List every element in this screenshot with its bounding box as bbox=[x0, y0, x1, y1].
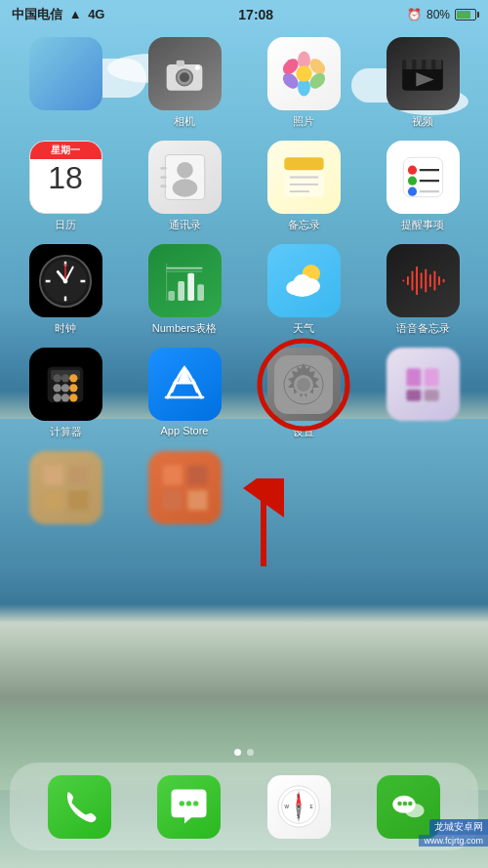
svg-rect-92 bbox=[43, 490, 62, 510]
battery-fill bbox=[457, 11, 470, 19]
svg-point-71 bbox=[54, 384, 61, 392]
app-item-clock[interactable]: 时钟 bbox=[10, 244, 121, 336]
svg-point-101 bbox=[186, 801, 191, 806]
svg-rect-88 bbox=[406, 390, 421, 401]
pixelated2-icon[interactable] bbox=[148, 451, 222, 524]
safari-icon[interactable]: N S E W bbox=[267, 775, 331, 839]
numbers-label: Numbers表格 bbox=[152, 321, 218, 336]
svg-point-2 bbox=[180, 72, 189, 82]
app-item-pixelated1[interactable] bbox=[10, 451, 121, 528]
app-grid: 相机 照片 bbox=[10, 37, 478, 528]
svg-point-85 bbox=[297, 378, 310, 392]
files-icon[interactable] bbox=[386, 348, 460, 421]
app-item-folder1[interactable] bbox=[10, 37, 121, 129]
calculator-icon[interactable] bbox=[29, 348, 102, 421]
notes-icon[interactable] bbox=[267, 141, 341, 214]
svg-point-21 bbox=[172, 179, 197, 196]
app-item-weather[interactable]: 天气 bbox=[248, 244, 359, 336]
svg-rect-91 bbox=[68, 466, 88, 485]
appstore-icon[interactable] bbox=[148, 348, 222, 421]
svg-rect-47 bbox=[168, 291, 175, 301]
contacts-icon[interactable] bbox=[148, 141, 222, 214]
photos-icon[interactable] bbox=[267, 37, 341, 110]
svg-point-115 bbox=[398, 801, 403, 806]
weather-label: 天气 bbox=[293, 321, 314, 336]
svg-rect-50 bbox=[197, 284, 204, 301]
svg-rect-15 bbox=[416, 60, 422, 69]
svg-text:S: S bbox=[297, 814, 300, 819]
svg-rect-16 bbox=[426, 60, 431, 69]
clock-label: 时钟 bbox=[55, 321, 76, 336]
svg-rect-86 bbox=[406, 368, 421, 386]
appstore-label: App Store bbox=[161, 425, 209, 436]
app-item-voicememos[interactable]: 语音备忘录 bbox=[367, 244, 478, 336]
svg-rect-87 bbox=[425, 368, 439, 386]
settings-icon[interactable] bbox=[267, 348, 341, 421]
app-item-reminders[interactable]: 提醒事项 bbox=[367, 141, 478, 232]
app-item-calculator[interactable]: 计算器 bbox=[10, 348, 121, 439]
app-item-photos[interactable]: 照片 bbox=[248, 37, 359, 129]
calendar-icon[interactable]: 星期一 18 bbox=[29, 141, 102, 214]
app-item-calendar[interactable]: 星期一 18 日历 bbox=[10, 141, 121, 232]
app-item-video[interactable]: 视频 bbox=[367, 37, 478, 129]
svg-rect-90 bbox=[43, 466, 62, 485]
svg-text:W: W bbox=[285, 805, 290, 809]
dock-safari[interactable]: N S E W bbox=[267, 775, 331, 839]
messages-icon[interactable] bbox=[157, 775, 221, 839]
time-display: 17:08 bbox=[238, 7, 273, 22]
watermark-line1: 龙城安卓网 bbox=[429, 819, 488, 835]
folder1-icon[interactable] bbox=[29, 37, 102, 110]
svg-point-77 bbox=[54, 374, 61, 382]
status-bar: 中国电信 ▲ 4G 17:08 ⏰ 80% bbox=[0, 0, 488, 29]
calculator-label: 计算器 bbox=[50, 425, 82, 439]
status-indicators: ⏰ 80% bbox=[407, 8, 476, 21]
svg-point-78 bbox=[61, 374, 69, 382]
numbers-icon[interactable] bbox=[148, 244, 222, 317]
svg-point-76 bbox=[69, 393, 77, 401]
svg-point-31 bbox=[407, 166, 416, 175]
svg-point-73 bbox=[69, 384, 77, 392]
dock-messages[interactable] bbox=[157, 775, 221, 839]
svg-point-114 bbox=[405, 803, 425, 816]
svg-rect-3 bbox=[177, 60, 184, 65]
dock: N S E W bbox=[10, 763, 478, 850]
app-item-contacts[interactable]: 通讯录 bbox=[129, 141, 240, 232]
svg-point-79 bbox=[69, 374, 77, 382]
page-dot-2 bbox=[247, 749, 254, 756]
svg-rect-94 bbox=[162, 466, 182, 485]
clock-icon[interactable] bbox=[29, 244, 102, 317]
reminders-icon[interactable] bbox=[386, 141, 460, 214]
video-label: 视频 bbox=[412, 114, 433, 129]
dock-phone[interactable] bbox=[48, 775, 111, 839]
reminders-label: 提醒事项 bbox=[401, 218, 444, 232]
svg-rect-93 bbox=[68, 490, 88, 510]
svg-point-102 bbox=[193, 801, 198, 806]
app-item-settings[interactable]: 设置 bbox=[248, 348, 359, 439]
carrier-text: 中国电信 ▲ 4G bbox=[12, 6, 104, 23]
svg-rect-89 bbox=[425, 390, 439, 401]
app-item-numbers[interactable]: Numbers表格 bbox=[129, 244, 240, 336]
calendar-day: 18 bbox=[48, 161, 83, 195]
weather-icon[interactable] bbox=[267, 244, 341, 317]
app-item-pixelated2[interactable] bbox=[129, 451, 240, 528]
svg-rect-49 bbox=[187, 272, 194, 300]
svg-point-11 bbox=[296, 65, 312, 82]
svg-text:E: E bbox=[310, 805, 313, 809]
phone-icon[interactable] bbox=[48, 775, 111, 839]
svg-point-116 bbox=[403, 801, 408, 806]
settings-label: 设置 bbox=[293, 425, 314, 439]
contacts-label: 通讯录 bbox=[169, 218, 201, 232]
page-indicator bbox=[0, 749, 488, 756]
svg-point-46 bbox=[63, 278, 68, 283]
voicememos-icon[interactable] bbox=[386, 244, 460, 317]
app-item-camera[interactable]: 相机 bbox=[129, 37, 240, 129]
app-item-files[interactable] bbox=[367, 348, 478, 439]
svg-point-35 bbox=[407, 187, 416, 196]
pixelated1-icon[interactable] bbox=[29, 451, 102, 524]
app-item-notes[interactable]: 备忘录 bbox=[248, 141, 359, 232]
video-icon[interactable] bbox=[386, 37, 460, 110]
camera-icon[interactable] bbox=[148, 37, 222, 110]
alarm-icon: ⏰ bbox=[407, 8, 422, 21]
app-item-appstore[interactable]: App Store bbox=[129, 348, 240, 439]
svg-rect-96 bbox=[162, 490, 182, 510]
